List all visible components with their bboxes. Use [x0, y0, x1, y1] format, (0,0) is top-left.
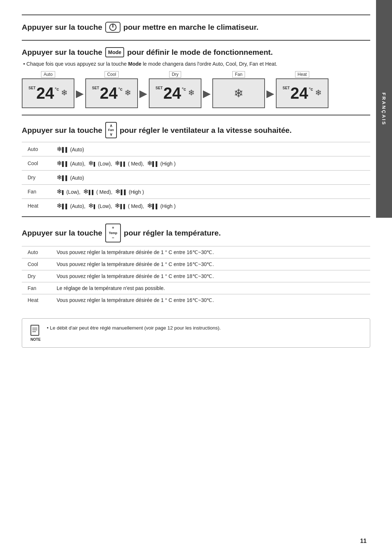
temp-desc-fan: Le réglage de la température n'est pas p… [51, 282, 370, 294]
mode-label-dry: Dry [169, 71, 181, 78]
arrow-1: ▶ [76, 87, 84, 99]
fan-btn-up: ∧ [110, 123, 113, 128]
heading-post-2: pour définir le mode de fonctionnement. [127, 47, 273, 57]
note-label: NOTE [30, 338, 41, 342]
temp-button-icon: + Temp − [105, 224, 121, 242]
note-doc-icon [29, 324, 42, 337]
mode-subnote: • Chaque fois que vous appuyez sur la to… [23, 61, 370, 67]
section-mode-heading: Appuyer sur la touche Mode pour définir … [22, 47, 370, 57]
section-fan: Appuyer sur la touche ∧ Fan ∨ pour régle… [22, 115, 370, 216]
table-row: Heat ❄▌▌ (Auto), ❄▌ (Low), ❄▌▌ ( Med), ❄… [22, 199, 370, 213]
fan-speed-table: Auto ❄‍▌▌ (Auto) Cool ❄▌▌ (Auto), ❄▌ (Lo… [22, 142, 370, 213]
arrow-4: ▶ [266, 87, 274, 99]
lcd-temp-dry: 24 [163, 85, 181, 101]
heading-post-3: pour régler le ventilateur a la vitesse … [120, 125, 292, 135]
lcd-temp-auto: 24 [36, 85, 54, 101]
heading-post-1: pour mettre en marche le climatiseur. [123, 22, 258, 32]
fan-desc-cool: ❄▌▌ (Auto), ❄▌ (Low), ❄▌▌ ( Med), ❄▌▌ (H… [51, 156, 370, 171]
temp-desc-heat: Vous pouvez régler la température désiré… [51, 294, 370, 306]
temp-mode-heat: Heat [22, 294, 51, 306]
section-power: Appuyer sur la touche pour mettre en mar… [22, 15, 370, 40]
lcd-set-heat: SET [283, 86, 290, 90]
arrow-3: ▶ [203, 87, 211, 99]
mode-button-icon: Mode [105, 47, 124, 57]
heading-post-4: pour régler la température. [124, 228, 221, 238]
temp-mode-dry: Dry [22, 270, 51, 282]
lcd-fan-cool: ❄ [124, 88, 131, 98]
fan-mode-heat: Heat [22, 199, 51, 213]
table-row: Fan ❄▌ (Low), ❄▌▌ ( Med), ❄▌▌ (High ) [22, 185, 370, 199]
temp-desc-dry: Vous pouvez régler la température désiré… [51, 270, 370, 282]
temp-table: Auto Vous pouvez régler la température d… [22, 246, 370, 306]
note-text: • Le débit d'air peut être réglé manuell… [47, 324, 221, 332]
table-row: Auto ❄‍▌▌ (Auto) [22, 142, 370, 156]
lcd-dry: SET 24 °c ❄ [149, 78, 201, 108]
fan-desc-dry: ❄▌▌ (Auto) [51, 171, 370, 185]
temp-mode-fan: Fan [22, 282, 51, 294]
lcd-fan-only-icon: ❄ [234, 86, 244, 100]
lcd-deg-cool: °c [118, 87, 122, 92]
mode-label-cool: Cool [105, 71, 119, 78]
temp-desc-cool: Vous pouvez régler la température désiré… [51, 258, 370, 270]
note-box: NOTE • Le débit d'air peut être réglé ma… [22, 318, 370, 348]
section-mode: Appuyer sur la touche Mode pour définir … [22, 40, 370, 115]
mode-label-heat: Heat [295, 71, 309, 78]
fan-btn-label: Fan [108, 128, 114, 132]
lcd-set-dry: SET [156, 86, 163, 90]
mode-item-auto: Auto SET 24 °c ❄ [22, 71, 74, 108]
lcd-fan-mode: ❄ [212, 78, 265, 108]
table-row: Dry Vous pouvez régler la température dé… [22, 270, 370, 282]
lcd-fan-auto: ❄ [61, 88, 68, 98]
fan-desc-heat: ❄▌▌ (Auto), ❄▌ (Low), ❄▌▌ ( Med), ❄▌▌ (H… [51, 199, 370, 213]
table-row: Dry ❄▌▌ (Auto) [22, 171, 370, 185]
temp-mode-auto: Auto [22, 246, 51, 258]
fan-mode-dry: Dry [22, 171, 51, 185]
page-container: FRANÇAIS Appuyer sur la touche pour mett… [0, 0, 392, 556]
section-fan-heading: Appuyer sur la touche ∧ Fan ∨ pour régle… [22, 122, 370, 138]
table-row: Cool ❄▌▌ (Auto), ❄▌ (Low), ❄▌▌ ( Med), ❄… [22, 156, 370, 171]
lcd-set-cool: SET [92, 86, 99, 90]
mode-display-row: Auto SET 24 °c ❄ ▶ Cool SET 24 [22, 71, 370, 108]
fan-desc-fan: ❄▌ (Low), ❄▌▌ ( Med), ❄▌▌ (High ) [51, 185, 370, 199]
table-row: Cool Vous pouvez régler la température d… [22, 258, 370, 270]
heading-pre-2: Appuyer sur la touche [22, 47, 102, 57]
mode-item-cool: Cool SET 24 °c ❄ [85, 71, 138, 108]
section-temp-heading: Appuyer sur la touche + Temp − pour régl… [22, 224, 370, 242]
temp-btn-plus: + [112, 225, 114, 230]
lcd-deg-heat: °c [309, 87, 313, 92]
fan-mode-fan: Fan [22, 185, 51, 199]
lcd-set-auto: SET [29, 86, 36, 90]
mode-item-dry: Dry SET 24 °c ❄ [149, 71, 201, 108]
lcd-deg-dry: °c [182, 87, 186, 92]
table-row: Heat Vous pouvez régler la température d… [22, 294, 370, 306]
heading-pre-4: Appuyer sur la touche [22, 228, 102, 238]
note-icon-container: NOTE [29, 324, 42, 342]
lcd-cool: SET 24 °c ❄ [85, 78, 138, 108]
temp-desc-auto: Vous pouvez régler la température désiré… [51, 246, 370, 258]
section-power-heading: Appuyer sur la touche pour mettre en mar… [22, 22, 370, 33]
arrow-2: ▶ [139, 87, 147, 99]
fan-desc-auto: ❄‍▌▌ (Auto) [51, 142, 370, 156]
table-row: Fan Le réglage de la température n'est p… [22, 282, 370, 294]
fan-btn-down: ∨ [110, 132, 113, 137]
mode-item-heat: Heat SET 24 °c ❄ [276, 71, 328, 108]
heading-pre-1: Appuyer sur la touche [22, 22, 102, 32]
temp-btn-label: Temp [109, 231, 117, 236]
lcd-temp-heat: 24 [290, 85, 308, 101]
temp-btn-minus: − [112, 235, 114, 241]
mode-item-fan: Fan ❄ [212, 71, 265, 108]
lcd-temp-cool: 24 [100, 85, 118, 101]
fan-mode-cool: Cool [22, 156, 51, 171]
heading-pre-3: Appuyer sur la touche [22, 125, 102, 135]
page-number: 11 [360, 538, 367, 544]
temp-mode-cool: Cool [22, 258, 51, 270]
sidebar-label: FRANÇAIS [381, 92, 387, 125]
table-row: Auto Vous pouvez régler la température d… [22, 246, 370, 258]
lcd-deg-auto: °c [55, 87, 59, 92]
section-temp: Appuyer sur la touche + Temp − pour régl… [22, 216, 370, 309]
svg-rect-2 [31, 325, 39, 335]
fan-mode-auto: Auto [22, 142, 51, 156]
sidebar: FRANÇAIS [376, 0, 392, 218]
power-button-icon [105, 22, 121, 33]
lcd-heat: SET 24 °c ❄ [276, 78, 328, 108]
